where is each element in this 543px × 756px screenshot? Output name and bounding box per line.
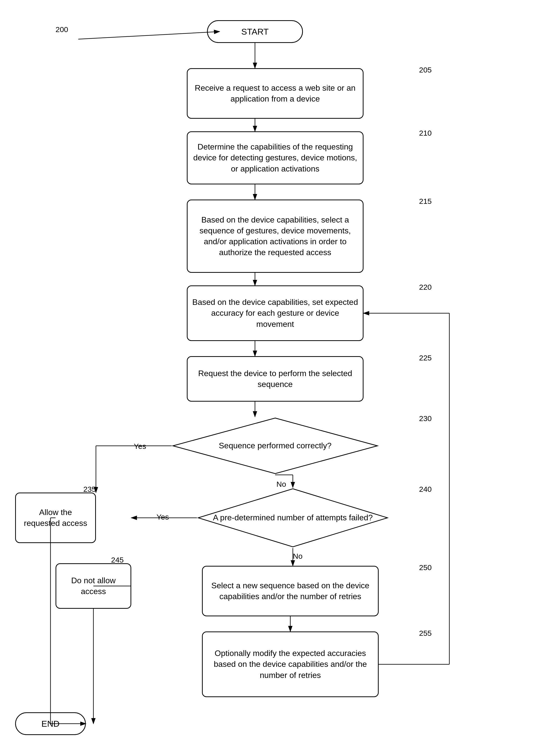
node-210: Determine the capabilities of the reques… bbox=[187, 131, 363, 184]
node-225: Request the device to perform the select… bbox=[187, 356, 363, 402]
ref-200: 200 bbox=[56, 25, 68, 34]
node-250: Select a new sequence based on the devic… bbox=[202, 566, 379, 616]
node-255: Optionally modify the expected accuracie… bbox=[202, 631, 379, 697]
ref-255: 255 bbox=[419, 629, 432, 638]
ref-205: 205 bbox=[419, 66, 432, 74]
end-node: END bbox=[15, 712, 86, 735]
node-230: Sequence performed correctly? bbox=[172, 417, 379, 475]
ref-210: 210 bbox=[419, 129, 432, 137]
svg-line-4 bbox=[78, 32, 220, 39]
node-205: Receive a request to access a web site o… bbox=[187, 68, 363, 119]
ref-245: 245 bbox=[111, 556, 124, 564]
label-yes-230: Yes bbox=[134, 442, 146, 451]
ref-235: 235 bbox=[83, 485, 96, 494]
ref-250: 250 bbox=[419, 563, 432, 572]
flowchart-container: 200 START 205 Receive a request to acces… bbox=[0, 0, 543, 756]
node-235: Allow the requested access bbox=[15, 493, 96, 543]
ref-240: 240 bbox=[419, 485, 432, 494]
start-node: START bbox=[207, 20, 303, 43]
label-yes-240: Yes bbox=[157, 513, 169, 521]
ref-215: 215 bbox=[419, 197, 432, 206]
node-245: Do not allow access bbox=[56, 563, 131, 609]
node-220: Based on the device capabilities, set ex… bbox=[187, 285, 363, 341]
node-240: A pre-determined number of attempts fail… bbox=[197, 487, 389, 548]
ref-220: 220 bbox=[419, 283, 432, 291]
node-215: Based on the device capabilities, select… bbox=[187, 200, 363, 273]
ref-230: 230 bbox=[419, 414, 432, 423]
label-no-240: No bbox=[293, 552, 302, 560]
ref-225: 225 bbox=[419, 354, 432, 362]
label-no-230: No bbox=[276, 480, 286, 489]
